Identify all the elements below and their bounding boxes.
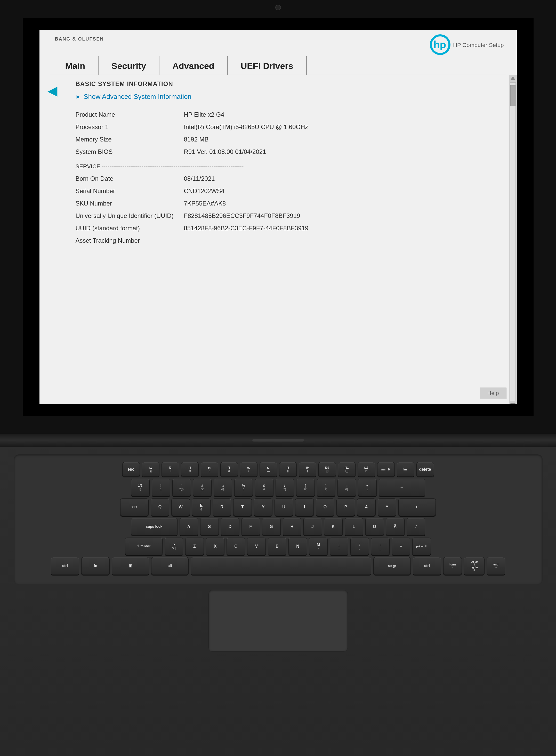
key-lshift[interactable]: ⇧ fn lock [125, 537, 163, 555]
key-altgr[interactable]: alt gr [373, 557, 411, 575]
key-f5[interactable]: f5◕ [220, 462, 238, 476]
key-5[interactable]: %5 [234, 479, 253, 496]
key-4[interactable]: □4$ [214, 479, 232, 496]
key-y[interactable]: Y [254, 498, 273, 516]
key-lalt[interactable]: alt [151, 557, 188, 575]
key-win[interactable]: ⊞ [112, 557, 149, 575]
key-arrowupdown[interactable]: pg up⇧pg dn⇩ [464, 557, 485, 575]
key-v[interactable]: V [247, 537, 266, 555]
tab-advanced[interactable]: Advanced [160, 56, 228, 75]
touchpad[interactable] [208, 590, 348, 652]
key-f3[interactable]: f3✱ [181, 462, 199, 476]
tab-security[interactable]: Security [99, 56, 160, 75]
key-6[interactable]: &6 [255, 479, 274, 496]
help-button[interactable]: Help [480, 388, 506, 399]
key-f[interactable]: F [242, 518, 260, 535]
service-fields: Born On Date 08/11/2021 Serial Number CN… [76, 172, 499, 247]
key-f11[interactable]: f11◯ [338, 462, 355, 476]
key-8[interactable]: (8[ [296, 479, 315, 496]
key-esc[interactable]: esc [122, 462, 140, 476]
key-f1[interactable]: f1▣ [142, 462, 160, 476]
key-0[interactable]: =0} [338, 479, 356, 496]
key-s[interactable]: S [200, 518, 219, 535]
key-delete[interactable]: delete [416, 462, 434, 476]
key-f7[interactable]: f7▬ [259, 462, 277, 476]
key-p[interactable]: P [337, 498, 355, 516]
key-backslash[interactable]: #' [407, 518, 425, 535]
key-o[interactable]: O [316, 498, 334, 516]
key-f12[interactable]: f12✆ [357, 462, 375, 476]
key-arrowleft[interactable]: home← [443, 557, 462, 575]
key-numlk[interactable]: num lk [377, 462, 395, 476]
tab-uefi-drivers[interactable]: UEFI Drivers [228, 56, 307, 75]
key-minus[interactable]: +\ [358, 479, 377, 496]
key-2[interactable]: "2@ [172, 479, 191, 496]
key-semicolon[interactable]: Ö [365, 518, 384, 535]
key-t[interactable]: T [233, 498, 252, 516]
key-rbracket[interactable]: ^ [378, 498, 396, 516]
key-rctrl[interactable]: ctrl [413, 557, 441, 575]
key-lbracket[interactable]: Ä [357, 498, 376, 516]
key-j[interactable]: J [304, 518, 322, 535]
key-d[interactable]: D [221, 518, 239, 535]
key-h[interactable]: H [283, 518, 301, 535]
key-b[interactable]: B [268, 537, 286, 555]
key-row-zxcv: ⇧ fn lock >< | Z X C V B N M° ;, :. -_ +… [24, 537, 532, 555]
key-a[interactable]: A [180, 518, 198, 535]
key-backtick[interactable]: 1/2§ [131, 479, 150, 496]
back-arrow-button[interactable]: ◀ [43, 83, 61, 98]
scrollbar [509, 75, 517, 404]
link-arrow-icon: ► [76, 94, 81, 100]
key-g[interactable]: G [262, 518, 281, 535]
scroll-thumb[interactable] [510, 85, 516, 106]
info-row-bios: System BIOS R91 Ver. 01.08.00 01/04/2021 [76, 145, 499, 158]
key-space[interactable] [191, 557, 371, 575]
key-rshift-plus[interactable]: + [392, 537, 410, 555]
key-n[interactable]: N [288, 537, 307, 555]
key-q[interactable]: Q [151, 498, 169, 516]
key-k[interactable]: K [324, 518, 343, 535]
key-arrowright[interactable]: end→ [487, 557, 505, 575]
key-tab[interactable]: ↤↦ [120, 498, 149, 516]
key-lctrl[interactable]: ctrl [51, 557, 79, 575]
key-capslock[interactable]: caps lock [131, 518, 177, 535]
key-w[interactable]: W [171, 498, 190, 516]
key-9[interactable]: )9] [317, 479, 336, 496]
key-f8[interactable]: f8▮ [279, 462, 297, 476]
key-quote[interactable]: Ä [386, 518, 405, 535]
key-f2[interactable]: f2☽ [162, 462, 179, 476]
key-u[interactable]: U [275, 498, 293, 516]
key-fn[interactable]: fn [81, 557, 110, 575]
show-advanced-label: Show Advanced System Information [83, 93, 192, 101]
key-ins[interactable]: ins [397, 462, 414, 476]
key-f6[interactable]: f6♪ [240, 462, 257, 476]
key-backspace[interactable]: ← [379, 479, 425, 496]
key-z[interactable]: Z [185, 537, 204, 555]
info-row-uuid: Universally Unique Identifier (UUID) F82… [76, 210, 499, 222]
key-enter[interactable]: ↵ [398, 498, 436, 516]
key-slash[interactable]: -_ [371, 537, 390, 555]
key-c[interactable]: C [227, 537, 245, 555]
key-f4[interactable]: f4☼ [201, 462, 218, 476]
show-advanced-link[interactable]: ► Show Advanced System Information [76, 93, 499, 101]
key-1[interactable]: !1 [152, 479, 170, 496]
key-angle[interactable]: >< | [165, 537, 183, 555]
key-f10[interactable]: f10◱ [318, 462, 336, 476]
key-e[interactable]: E€ [192, 498, 211, 516]
key-l[interactable]: L [345, 518, 363, 535]
key-x[interactable]: X [206, 537, 224, 555]
key-i[interactable]: I [295, 498, 314, 516]
key-7[interactable]: /7{ [276, 479, 294, 496]
key-comma[interactable]: ;, [330, 537, 348, 555]
key-3[interactable]: #3£ [193, 479, 212, 496]
info-row-serial: Serial Number CND1202WS4 [76, 185, 499, 197]
key-period[interactable]: :. [350, 537, 369, 555]
scroll-down-button[interactable] [510, 403, 516, 404]
key-rshift[interactable]: prt sc ⇧ [412, 537, 431, 555]
scroll-track[interactable] [510, 83, 516, 401]
key-r[interactable]: R [213, 498, 231, 516]
key-m[interactable]: M° [309, 537, 328, 555]
tab-main[interactable]: Main [60, 56, 99, 75]
key-f9[interactable]: f9▮ [299, 462, 316, 476]
scroll-up-button[interactable] [510, 76, 516, 80]
